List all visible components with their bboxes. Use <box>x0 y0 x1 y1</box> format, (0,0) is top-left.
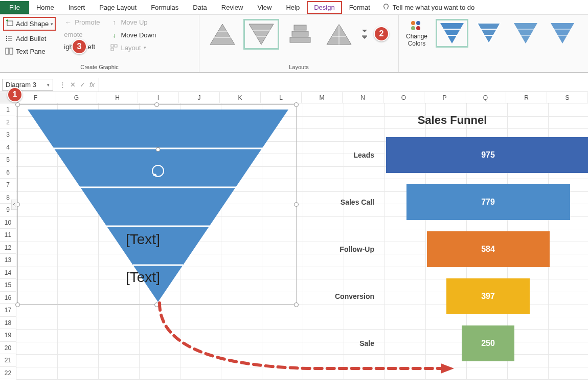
svg-rect-53 <box>11 200 17 210</box>
row-header[interactable]: 22 <box>0 367 16 380</box>
tell-me-label: Tell me what you want to do <box>393 4 474 11</box>
tab-view[interactable]: View <box>250 1 279 14</box>
style-option-2[interactable] <box>472 19 505 48</box>
expand-tab-icon[interactable] <box>11 200 17 210</box>
change-colors-label: Change Colors <box>406 33 427 47</box>
layout-option-segmented[interactable] <box>321 19 357 50</box>
row-header[interactable]: 17 <box>0 304 16 317</box>
demote-label: emote <box>64 31 82 38</box>
row-header[interactable]: 15 <box>0 279 16 292</box>
tab-home[interactable]: Home <box>29 1 61 14</box>
layout-option-list-pyramid[interactable] <box>282 19 318 50</box>
tab-data[interactable]: Data <box>186 1 214 14</box>
row-header[interactable]: 7 <box>0 179 16 191</box>
chart-row: Conversion397 <box>313 278 588 314</box>
move-down-button[interactable]: ↓ Move Down <box>108 30 158 40</box>
tab-design[interactable]: Design <box>307 1 342 14</box>
svg-point-31 <box>416 21 420 25</box>
svg-rect-21 <box>294 25 306 30</box>
add-bullet-button[interactable]: Add Bullet <box>3 33 56 43</box>
color-palette-icon <box>410 20 423 31</box>
row-header[interactable]: 6 <box>0 166 16 179</box>
chart-row: Follow-Up584 <box>313 231 588 267</box>
tab-review[interactable]: Review <box>214 1 251 14</box>
more-icon[interactable]: ⋮ <box>59 81 66 89</box>
chart-category-label: Leads <box>313 151 385 159</box>
smartart-text-2[interactable]: [Text] <box>126 269 160 286</box>
column-header[interactable]: N <box>343 92 383 103</box>
row-header[interactable]: 12 <box>0 242 16 254</box>
column-header[interactable]: R <box>506 92 547 103</box>
callout-3: 3 <box>72 39 87 54</box>
cells-area[interactable]: [Text] [Text] Sales Funnel Leads975Sales… <box>16 103 588 380</box>
svg-point-8 <box>6 40 7 41</box>
column-header[interactable]: P <box>424 92 465 103</box>
svg-point-33 <box>416 26 420 30</box>
tab-help[interactable]: Help <box>279 1 307 14</box>
callout-2: 2 <box>374 26 389 41</box>
fx-icon[interactable]: fx <box>89 81 95 89</box>
worksheet: FGHIJKLMNOPQRS 1234567891011121314151617… <box>0 92 588 380</box>
confirm-icon[interactable]: ✓ <box>80 81 85 89</box>
formula-input[interactable] <box>99 78 588 92</box>
row-header[interactable]: 19 <box>0 329 16 342</box>
tab-insert[interactable]: Insert <box>61 1 93 14</box>
add-shape-icon <box>6 19 14 29</box>
row-header[interactable]: 16 <box>0 292 16 304</box>
column-header[interactable]: I <box>138 92 179 103</box>
add-shape-button[interactable]: Add Shape ▾ <box>3 17 56 31</box>
column-headers: FGHIJKLMNOPQRS <box>0 92 588 103</box>
column-header[interactable]: M <box>302 92 343 103</box>
chart-row: Leads975 <box>313 137 588 173</box>
column-header[interactable]: L <box>261 92 302 103</box>
row-header[interactable]: 4 <box>0 141 16 154</box>
row-header[interactable]: 21 <box>0 354 16 367</box>
row-header[interactable]: 5 <box>0 154 16 166</box>
promote-label: Promote <box>75 18 100 26</box>
row-header[interactable]: 2 <box>0 116 16 129</box>
row-header[interactable]: 11 <box>0 229 16 242</box>
demote-button: emote <box>62 30 102 39</box>
column-header[interactable]: G <box>56 92 97 103</box>
smartart-funnel-diagram[interactable]: [Text] [Text] <box>17 104 297 305</box>
column-header[interactable]: J <box>179 92 220 103</box>
style-option-1[interactable] <box>436 19 468 48</box>
row-header[interactable]: 10 <box>0 216 16 229</box>
layout-option-pyramid[interactable] <box>205 19 240 50</box>
chart-row: Sale250 <box>313 325 588 361</box>
add-shape-label: Add Shape <box>16 20 49 28</box>
column-header[interactable]: H <box>97 92 138 103</box>
change-colors-button[interactable]: Change Colors <box>402 18 432 49</box>
tab-format[interactable]: Format <box>342 1 377 14</box>
bullet-list-icon <box>5 34 13 42</box>
row-header[interactable]: 14 <box>0 267 16 279</box>
tab-file[interactable]: File <box>0 1 29 14</box>
svg-point-6 <box>6 38 7 39</box>
chart-category-label: Sale <box>313 339 385 347</box>
svg-marker-15 <box>210 24 235 45</box>
smartart-text-1[interactable]: [Text] <box>126 231 160 248</box>
tab-page-layout[interactable]: Page Layout <box>92 1 144 14</box>
column-header[interactable]: Q <box>465 92 506 103</box>
row-header[interactable]: 3 <box>0 128 16 141</box>
cancel-icon[interactable]: ✕ <box>70 81 76 89</box>
tab-formulas[interactable]: Formulas <box>144 1 186 14</box>
layouts-more-button[interactable] <box>360 30 369 39</box>
layout-option-funnel[interactable] <box>243 19 279 50</box>
row-header[interactable]: 1 <box>0 103 16 116</box>
group-label-create-graphic: Create Graphic <box>3 64 196 71</box>
tell-me-search[interactable]: Tell me what you want to do <box>377 1 480 14</box>
text-pane-button[interactable]: Text Pane <box>3 46 56 56</box>
row-header[interactable]: 13 <box>0 254 16 267</box>
row-headers: 12345678910111213141516171819202122 <box>0 103 16 380</box>
column-header[interactable]: K <box>220 92 261 103</box>
column-header[interactable]: O <box>383 92 424 103</box>
column-header[interactable]: S <box>547 92 588 103</box>
promote-button: ← Promote <box>62 17 102 27</box>
style-option-3[interactable] <box>509 19 542 48</box>
row-header[interactable]: 18 <box>0 317 16 330</box>
promote-arrow-icon: ← <box>64 18 72 26</box>
callout-1: 1 <box>7 87 22 102</box>
style-option-4[interactable] <box>546 19 579 48</box>
row-header[interactable]: 20 <box>0 342 16 355</box>
